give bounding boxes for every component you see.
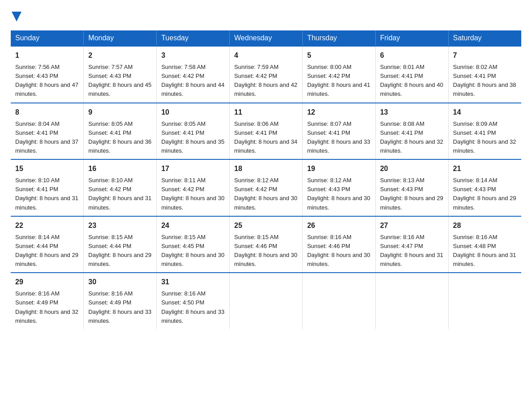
day-info: Sunrise: 8:16 AMSunset: 4:49 PMDaylight:… [88,290,151,324]
calendar-day-cell: 13Sunrise: 8:08 AMSunset: 4:41 PMDayligh… [375,103,448,160]
day-info: Sunrise: 8:16 AMSunset: 4:47 PMDaylight:… [380,234,443,267]
day-info: Sunrise: 7:59 AMSunset: 4:42 PMDaylight:… [234,64,297,97]
day-info: Sunrise: 8:10 AMSunset: 4:41 PMDaylight:… [15,177,78,210]
day-number: 9 [88,107,152,118]
day-number: 4 [234,50,298,61]
day-number: 29 [15,277,79,287]
calendar-day-cell: 9Sunrise: 8:05 AMSunset: 4:41 PMDaylight… [84,103,157,160]
day-info: Sunrise: 8:14 AMSunset: 4:43 PMDaylight:… [453,177,516,210]
day-number: 17 [161,163,225,174]
day-info: Sunrise: 8:00 AMSunset: 4:42 PMDaylight:… [307,64,370,97]
calendar-day-cell: 11Sunrise: 8:06 AMSunset: 4:41 PMDayligh… [230,103,303,160]
calendar-day-cell: 31Sunrise: 8:16 AMSunset: 4:50 PMDayligh… [157,273,230,329]
day-info: Sunrise: 7:56 AMSunset: 4:43 PMDaylight:… [15,64,78,97]
header-tuesday: Tuesday [157,30,230,46]
day-info: Sunrise: 8:04 AMSunset: 4:41 PMDaylight:… [15,120,78,154]
svg-marker-0 [12,12,21,21]
calendar-day-cell: 7Sunrise: 8:02 AMSunset: 4:41 PMDaylight… [448,46,521,103]
calendar-day-cell: 4Sunrise: 7:59 AMSunset: 4:42 PMDaylight… [230,46,303,103]
header-thursday: Thursday [302,30,375,46]
header-monday: Monday [84,30,157,46]
calendar-day-cell: 2Sunrise: 7:57 AMSunset: 4:43 PMDaylight… [84,46,157,103]
day-info: Sunrise: 8:14 AMSunset: 4:44 PMDaylight:… [15,234,78,267]
calendar-day-cell: 10Sunrise: 8:05 AMSunset: 4:41 PMDayligh… [157,103,230,160]
calendar-day-cell: 1Sunrise: 7:56 AMSunset: 4:43 PMDaylight… [11,46,84,103]
calendar-day-cell: 28Sunrise: 8:16 AMSunset: 4:48 PMDayligh… [448,216,521,273]
day-number: 13 [380,107,444,118]
day-info: Sunrise: 8:15 AMSunset: 4:45 PMDaylight:… [161,234,224,267]
day-number: 11 [234,107,298,118]
day-info: Sunrise: 8:10 AMSunset: 4:42 PMDaylight:… [88,177,151,210]
day-info: Sunrise: 8:11 AMSunset: 4:42 PMDaylight:… [161,177,224,210]
day-info: Sunrise: 8:01 AMSunset: 4:41 PMDaylight:… [380,64,443,97]
calendar-week-row: 1Sunrise: 7:56 AMSunset: 4:43 PMDaylight… [11,46,521,103]
day-info: Sunrise: 7:58 AMSunset: 4:42 PMDaylight:… [161,64,224,97]
calendar-day-cell: 16Sunrise: 8:10 AMSunset: 4:42 PMDayligh… [84,159,157,216]
day-info: Sunrise: 8:13 AMSunset: 4:43 PMDaylight:… [380,177,443,210]
day-number: 30 [88,277,152,287]
calendar-day-cell: 20Sunrise: 8:13 AMSunset: 4:43 PMDayligh… [375,159,448,216]
day-info: Sunrise: 8:16 AMSunset: 4:50 PMDaylight:… [161,290,224,324]
calendar-empty-cell [302,273,375,329]
calendar-day-cell: 6Sunrise: 8:01 AMSunset: 4:41 PMDaylight… [375,46,448,103]
day-number: 24 [161,220,225,231]
day-info: Sunrise: 7:57 AMSunset: 4:43 PMDaylight:… [88,64,151,97]
calendar-week-row: 29Sunrise: 8:16 AMSunset: 4:49 PMDayligh… [11,273,521,329]
day-number: 25 [234,220,298,231]
day-number: 22 [15,220,79,231]
calendar-day-cell: 3Sunrise: 7:58 AMSunset: 4:42 PMDaylight… [157,46,230,103]
day-number: 21 [453,163,517,174]
header-friday: Friday [375,30,448,46]
day-info: Sunrise: 8:15 AMSunset: 4:46 PMDaylight:… [234,234,297,267]
calendar-empty-cell [448,273,521,329]
header-sunday: Sunday [11,30,84,46]
day-number: 23 [88,220,152,231]
calendar-day-cell: 23Sunrise: 8:15 AMSunset: 4:44 PMDayligh… [84,216,157,273]
calendar-week-row: 8Sunrise: 8:04 AMSunset: 4:41 PMDaylight… [11,103,521,160]
day-info: Sunrise: 8:16 AMSunset: 4:49 PMDaylight:… [15,290,78,324]
day-number: 19 [307,163,371,174]
day-number: 3 [161,50,225,61]
logo [11,11,21,21]
calendar-day-cell: 26Sunrise: 8:16 AMSunset: 4:46 PMDayligh… [302,216,375,273]
calendar-day-cell: 22Sunrise: 8:14 AMSunset: 4:44 PMDayligh… [11,216,84,273]
day-info: Sunrise: 8:16 AMSunset: 4:48 PMDaylight:… [453,234,516,267]
day-number: 8 [15,107,79,118]
day-number: 6 [380,50,444,61]
day-number: 12 [307,107,371,118]
header-saturday: Saturday [448,30,521,46]
calendar-day-cell: 18Sunrise: 8:12 AMSunset: 4:42 PMDayligh… [230,159,303,216]
day-number: 2 [88,50,152,61]
calendar-header-row: SundayMondayTuesdayWednesdayThursdayFrid… [11,30,521,46]
day-number: 18 [234,163,298,174]
calendar-day-cell: 25Sunrise: 8:15 AMSunset: 4:46 PMDayligh… [230,216,303,273]
calendar-day-cell: 27Sunrise: 8:16 AMSunset: 4:47 PMDayligh… [375,216,448,273]
day-info: Sunrise: 8:12 AMSunset: 4:43 PMDaylight:… [307,177,370,210]
day-info: Sunrise: 8:08 AMSunset: 4:41 PMDaylight:… [380,120,443,154]
day-info: Sunrise: 8:06 AMSunset: 4:41 PMDaylight:… [234,120,297,154]
day-info: Sunrise: 8:02 AMSunset: 4:41 PMDaylight:… [453,64,516,97]
day-number: 28 [453,220,517,231]
day-info: Sunrise: 8:05 AMSunset: 4:41 PMDaylight:… [161,120,224,154]
calendar-day-cell: 5Sunrise: 8:00 AMSunset: 4:42 PMDaylight… [302,46,375,103]
calendar-day-cell: 15Sunrise: 8:10 AMSunset: 4:41 PMDayligh… [11,159,84,216]
calendar-day-cell: 8Sunrise: 8:04 AMSunset: 4:41 PMDaylight… [11,103,84,160]
day-info: Sunrise: 8:09 AMSunset: 4:41 PMDaylight:… [453,120,516,154]
calendar-day-cell: 14Sunrise: 8:09 AMSunset: 4:41 PMDayligh… [448,103,521,160]
calendar-day-cell: 12Sunrise: 8:07 AMSunset: 4:41 PMDayligh… [302,103,375,160]
calendar-day-cell: 21Sunrise: 8:14 AMSunset: 4:43 PMDayligh… [448,159,521,216]
calendar-empty-cell [230,273,303,329]
page-header [11,11,521,21]
day-info: Sunrise: 8:16 AMSunset: 4:46 PMDaylight:… [307,234,370,267]
calendar-empty-cell [375,273,448,329]
day-number: 15 [15,163,79,174]
day-number: 31 [161,277,225,287]
calendar-day-cell: 19Sunrise: 8:12 AMSunset: 4:43 PMDayligh… [302,159,375,216]
day-number: 5 [307,50,371,61]
day-number: 20 [380,163,444,174]
calendar-day-cell: 29Sunrise: 8:16 AMSunset: 4:49 PMDayligh… [11,273,84,329]
logo-triangle-icon [12,12,21,21]
calendar-week-row: 15Sunrise: 8:10 AMSunset: 4:41 PMDayligh… [11,159,521,216]
day-number: 14 [453,107,517,118]
calendar-week-row: 22Sunrise: 8:14 AMSunset: 4:44 PMDayligh… [11,216,521,273]
